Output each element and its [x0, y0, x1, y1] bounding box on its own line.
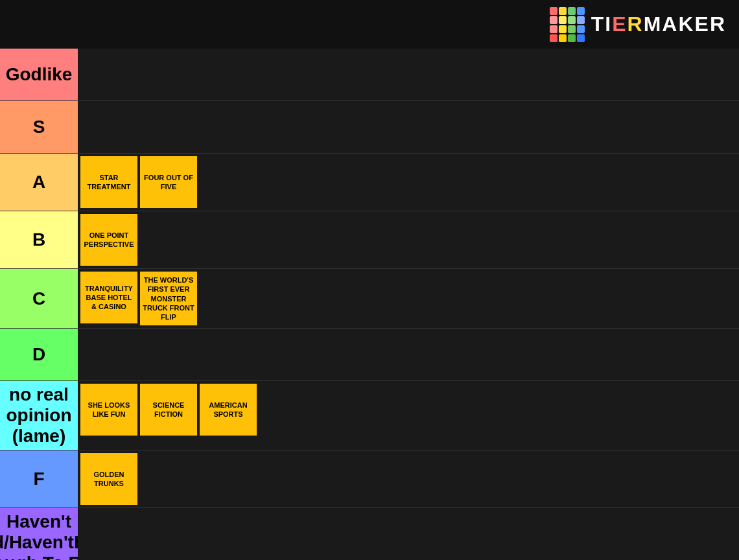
tier-row-godlike: Godlike — [0, 49, 739, 101]
logo-grid-cell — [568, 16, 576, 24]
tier-row-c: CTRANQUILITY BASE HOTEL & CASINOTHE WORL… — [0, 269, 739, 329]
logo-grid-cell — [550, 7, 557, 15]
tier-card[interactable]: SHE LOOKS LIKE FUN — [80, 384, 137, 436]
logo-grid-cell — [559, 16, 567, 24]
logo-grid-cell — [550, 16, 557, 24]
tier-content-b: ONE POINT PERSPECTIVE — [78, 211, 739, 268]
tier-card[interactable]: FOUR OUT OF FIVE — [140, 156, 197, 208]
tier-card[interactable]: STAR TREATMENT — [80, 156, 137, 208]
tier-card[interactable]: GOLDEN TRUNKS — [80, 453, 137, 505]
logo-grid-cell — [550, 25, 557, 33]
tier-content-d — [78, 329, 739, 380]
logo-grid-cell — [577, 7, 585, 15]
tier-label-c: C — [0, 269, 78, 328]
logo-grid-cell — [568, 34, 576, 42]
logo-grid-cell — [550, 34, 557, 42]
tier-label-a: A — [0, 154, 78, 211]
tier-card[interactable]: THE WORLD'S FIRST EVER MONSTER TRUCK FRO… — [140, 272, 197, 325]
tier-label-unheard: Haven't Heard/Haven'tHeard Enough To Rat… — [0, 508, 78, 560]
tier-card[interactable]: TRANQUILITY BASE HOTEL & CASINO — [80, 272, 137, 323]
tier-list: GodlikeSASTAR TREATMENTFOUR OUT OF FIVEB… — [0, 49, 739, 560]
tier-content-c: TRANQUILITY BASE HOTEL & CASINOTHE WORLD… — [78, 269, 739, 328]
logo-text: TiERMAKER — [591, 12, 726, 36]
logo-grid-cell — [559, 25, 567, 33]
tier-label-b: B — [0, 211, 78, 268]
tier-card[interactable]: ONE POINT PERSPECTIVE — [80, 214, 137, 266]
tier-content-lame: SHE LOOKS LIKE FUNSCIENCE FICTIONAMERICA… — [78, 381, 739, 450]
tier-card[interactable]: SCIENCE FICTION — [140, 384, 197, 436]
tier-row-f: FGOLDEN TRUNKS — [0, 450, 739, 508]
logo-grid-cell — [577, 25, 585, 33]
tier-card[interactable]: AMERICAN SPORTS — [200, 384, 257, 436]
tiermaker-logo: TiERMAKER — [550, 7, 726, 42]
tier-row-lame: no real opinion (lame)SHE LOOKS LIKE FUN… — [0, 381, 739, 450]
tier-content-f: GOLDEN TRUNKS — [78, 450, 739, 508]
tier-row-a: ASTAR TREATMENTFOUR OUT OF FIVE — [0, 154, 739, 211]
tier-content-s — [78, 101, 739, 153]
tier-row-b: BONE POINT PERSPECTIVE — [0, 211, 739, 269]
tier-label-d: D — [0, 329, 78, 380]
tier-row-s: S — [0, 101, 739, 154]
tier-label-s: S — [0, 101, 78, 153]
logo-grid-cell — [577, 34, 585, 42]
tier-content-unheard — [78, 508, 739, 560]
tier-row-unheard: Haven't Heard/Haven'tHeard Enough To Rat… — [0, 508, 739, 560]
header: TiERMAKER — [0, 0, 739, 49]
tier-content-godlike — [78, 49, 739, 100]
tier-label-f: F — [0, 450, 78, 508]
logo-grid-cell — [568, 7, 576, 15]
logo-grid-cell — [577, 16, 585, 24]
logo-grid-cell — [568, 25, 576, 33]
tier-label-godlike: Godlike — [0, 49, 78, 100]
tier-row-d: D — [0, 329, 739, 381]
logo-grid-cell — [559, 7, 567, 15]
tier-label-lame: no real opinion (lame) — [0, 381, 78, 450]
tier-content-a: STAR TREATMENTFOUR OUT OF FIVE — [78, 154, 739, 211]
logo-grid — [550, 7, 585, 42]
logo-grid-cell — [559, 34, 567, 42]
